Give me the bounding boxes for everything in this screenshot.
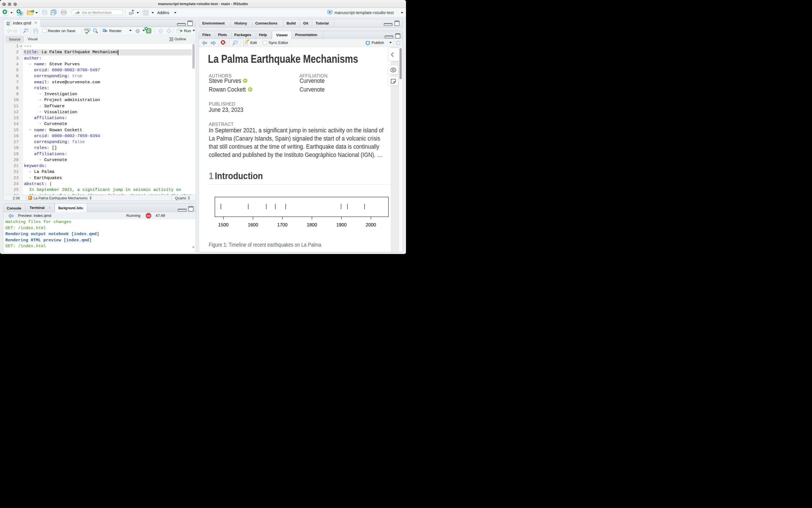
svg-text:1800: 1800 bbox=[307, 222, 317, 227]
svg-text:G: G bbox=[129, 11, 132, 16]
svg-text:2000: 2000 bbox=[366, 222, 376, 227]
svg-text:1700: 1700 bbox=[277, 222, 288, 227]
svg-text:R: R bbox=[329, 11, 331, 14]
svg-text:1600: 1600 bbox=[248, 222, 258, 227]
svg-text:STOP: STOP bbox=[147, 215, 151, 217]
svg-text:1900: 1900 bbox=[336, 222, 347, 227]
svg-text:1500: 1500 bbox=[218, 222, 229, 227]
